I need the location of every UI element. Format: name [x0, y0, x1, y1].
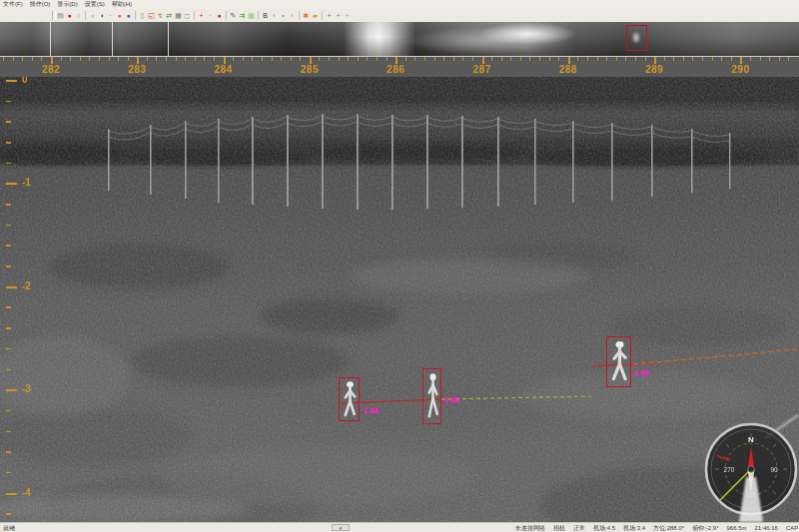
azimuth-minor-tick: [712, 57, 713, 61]
azimuth-minor-tick: [3, 57, 4, 61]
azimuth-minor-tick: [41, 57, 42, 61]
person-thermal-figure: [423, 369, 442, 425]
azimuth-minor-tick: [156, 57, 157, 61]
azimuth-minor-tick: [625, 57, 626, 61]
zero-frame-icon[interactable]: ◻: [183, 10, 192, 21]
next-icon[interactable]: ›: [288, 10, 297, 21]
detection-box-1[interactable]: 1.66: [339, 377, 360, 421]
sync-icon[interactable]: ⇄: [165, 10, 174, 21]
grid-icon[interactable]: ▦: [174, 10, 183, 21]
white-hot-icon[interactable]: ●: [115, 10, 124, 21]
azimuth-minor-tick: [99, 57, 100, 61]
azimuth-minor-tick: [147, 57, 148, 61]
night-mode-icon[interactable]: ◑: [97, 10, 106, 21]
compass-hub: [748, 466, 754, 472]
flash-icon[interactable]: ↯: [156, 10, 165, 21]
snapshot-icon[interactable]: ◱: [147, 10, 156, 21]
prev-icon[interactable]: ‹: [270, 10, 279, 21]
bold-icon[interactable]: B: [261, 10, 270, 21]
azimuth-minor-tick: [472, 57, 473, 61]
azimuth-minor-tick: [252, 57, 253, 61]
azimuth-minor-tick: [616, 57, 617, 61]
azimuth-tick-label: 283: [128, 64, 146, 75]
menu-item-file[interactable]: 文件(F): [3, 0, 23, 9]
day-mode-icon[interactable]: ●: [88, 10, 97, 21]
settings-gear-icon[interactable]: ✱: [302, 10, 311, 21]
azimuth-minor-tick: [673, 57, 674, 61]
azimuth-minor-tick: [721, 57, 722, 61]
azimuth-minor-tick: [424, 57, 425, 61]
edit-icon[interactable]: ✎: [229, 10, 238, 21]
stop-icon[interactable]: ○: [74, 10, 83, 21]
crosshair-blue-icon[interactable]: +: [325, 10, 334, 21]
azimuth-minor-tick: [491, 57, 492, 61]
detection-box-3[interactable]: 1.66: [606, 336, 631, 387]
azimuth-major-tick: [482, 57, 484, 64]
area-icon[interactable]: ▩: [247, 10, 256, 21]
status-seg-5: 方位:288.0°: [649, 524, 688, 532]
azimuth-ruler[interactable]: 282283284285286287288289290: [0, 56, 799, 77]
status-seg-2: 正常: [569, 524, 589, 532]
person-thermal-figure: [340, 378, 361, 422]
alarm-icon[interactable]: ●: [215, 10, 224, 21]
azimuth-major-tick: [310, 57, 312, 64]
azimuth-tick-label: 288: [559, 64, 577, 75]
azimuth-minor-tick: [109, 57, 110, 61]
menu-item-operate[interactable]: 操作(O): [30, 0, 51, 9]
azimuth-minor-tick: [692, 57, 693, 61]
azimuth-major-tick: [568, 57, 570, 64]
menu-item-help[interactable]: 帮助(H): [112, 0, 132, 9]
status-seg-3: 视场:4.5: [589, 524, 619, 532]
forward-icon[interactable]: ⇉: [238, 10, 247, 21]
azimuth-minor-tick: [539, 57, 540, 61]
toolbar-divider: [299, 11, 300, 20]
menu-item-display[interactable]: 显示(D): [57, 0, 77, 9]
dot-icon[interactable]: ·: [106, 10, 115, 21]
azimuth-minor-tick: [779, 57, 780, 61]
record-icon[interactable]: ●: [65, 10, 74, 21]
crosshair-gray-icon[interactable]: +: [334, 10, 343, 21]
folder-icon[interactable]: ▰: [311, 10, 320, 21]
compass-label-e: 90: [770, 466, 778, 473]
toolbar-divider: [226, 11, 227, 20]
detection-box-2[interactable]: 1.66: [422, 368, 441, 424]
open-file-icon[interactable]: ▤: [56, 10, 65, 21]
new-doc-icon[interactable]: ▯: [138, 10, 147, 21]
azimuth-minor-tick: [272, 57, 273, 61]
center-dot-icon[interactable]: •: [279, 10, 288, 21]
status-seg-9: CAP 959 526: [782, 525, 799, 531]
range-label: 1.66: [444, 395, 460, 404]
azimuth-minor-tick: [645, 57, 646, 61]
panorama-strip[interactable]: [0, 22, 799, 56]
black-hot-icon[interactable]: ●: [124, 10, 133, 21]
add-target-icon[interactable]: +: [197, 10, 206, 21]
toolbar-icons: ▤●○●◑·●●▯◱↯⇄▦◻+·●✎⇉▩B‹•›✱▰+++: [56, 9, 352, 22]
panorama-scroll-dropdown[interactable]: ▾: [332, 524, 350, 531]
compass-label-n: N: [748, 435, 754, 444]
range-label: 1.66: [634, 368, 650, 377]
compass-rose: N 90 270 180: [703, 421, 799, 522]
person-thermal-figure: [607, 337, 632, 388]
dot2-icon[interactable]: ·: [206, 10, 215, 21]
azimuth-minor-tick: [510, 57, 511, 61]
compass-label-w: 270: [724, 466, 735, 473]
azimuth-minor-tick: [414, 57, 415, 61]
panorama-separator: [50, 22, 51, 56]
azimuth-minor-tick: [462, 57, 463, 61]
status-segments: 未连接网络相机正常视场:4.5视场:3.4方位:288.0°俯仰:-2.9°96…: [511, 523, 797, 532]
azimuth-minor-tick: [185, 57, 186, 61]
azimuth-minor-tick: [214, 57, 215, 61]
azimuth-minor-tick: [176, 57, 177, 61]
azimuth-minor-tick: [339, 57, 340, 61]
azimuth-minor-tick: [281, 57, 282, 61]
azimuth-minor-tick: [291, 57, 292, 61]
azimuth-minor-tick: [453, 57, 454, 61]
status-seg-4: 视场:3.4: [619, 524, 649, 532]
menu-item-settings[interactable]: 设置(S): [85, 0, 105, 9]
azimuth-major-tick: [396, 57, 398, 64]
thermal-main-view[interactable]: 0-1-2-3-4 1.66: [0, 77, 799, 522]
panorama-target-marker[interactable]: [626, 25, 647, 51]
azimuth-tick-label: 284: [215, 64, 233, 75]
crosshair-light-icon[interactable]: +: [343, 10, 352, 21]
azimuth-minor-tick: [529, 57, 530, 61]
